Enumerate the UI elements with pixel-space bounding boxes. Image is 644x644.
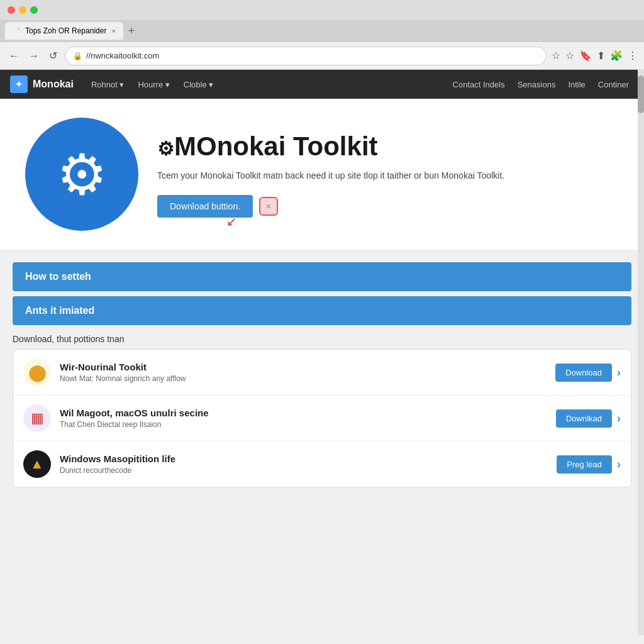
back-button[interactable]: ← (6, 48, 21, 64)
arrow-annotation: ↙ (226, 214, 237, 229)
accordion-item-1[interactable]: How to setteh (13, 262, 631, 291)
lock-icon: 🔒 (73, 52, 82, 60)
download-item: ▲ Windows Masopitition life Dunict recou… (13, 441, 631, 487)
nav-item-cloble[interactable]: Cloble ▾ (179, 77, 218, 92)
title-gear-icon: ⚙ (157, 138, 174, 159)
scrollbar[interactable] (638, 69, 644, 635)
star1-icon[interactable]: ☆ (552, 50, 560, 62)
section-label: Download, thut pottions tnan (13, 334, 631, 344)
brand: ✦ Monokai (10, 75, 74, 93)
site-navbar: ✦ Monokai Rohnot ▾ Hourre ▾ Cloble ▾ Con… (0, 70, 644, 99)
nav-item-rohnot[interactable]: Rohnot ▾ (86, 77, 130, 92)
arrow-btn-magoot[interactable]: › (617, 412, 621, 425)
brand-name: Monokai (33, 79, 74, 90)
reload-button[interactable]: ↺ (47, 47, 60, 64)
nav-intile[interactable]: Intile (563, 77, 590, 92)
hero-title: ⚙MOnokai Toolkit (157, 131, 619, 162)
accordion-item-2[interactable]: Ants it imiated (13, 296, 631, 325)
nav-links: Rohnot ▾ Hourre ▾ Cloble ▾ (86, 77, 435, 92)
gear-logo-icon: ⚙ (57, 142, 108, 208)
item-title-nourinal: Wir-Nourinal Tookit (60, 362, 547, 372)
new-tab-button[interactable]: + (128, 25, 135, 38)
item-icon-magoot: ▦ (23, 404, 51, 432)
close-button[interactable] (8, 6, 15, 14)
maximize-button[interactable] (30, 6, 38, 14)
item-icon-windows: ▲ (23, 450, 51, 478)
download-list: ⬤ Wir-Nourinal Tookit Nowt Mat: Nomnal s… (13, 349, 631, 487)
close-circle-button[interactable]: × (259, 197, 278, 216)
nav-senasions[interactable]: Senasions (513, 77, 561, 92)
nav-right: Contact Indels Senasions Intile Continer (448, 77, 634, 92)
hero-actions: Download buttion. × ↙ (157, 195, 619, 218)
minimize-button[interactable] (19, 6, 26, 14)
item-info-windows: Windows Masopitition life Dunict recourt… (60, 453, 548, 475)
download-main-button[interactable]: Download buttion. (157, 195, 253, 218)
address-bar: ← → ↺ 🔒 //nwnckaitoolkit.com ☆ ☆ 🔖 ⬆ 🧩 ⋮ (0, 42, 644, 70)
share-icon[interactable]: ⬆ (597, 50, 605, 62)
download-btn-nourinal[interactable]: Download (555, 364, 612, 382)
scrollbar-thumb[interactable] (638, 75, 644, 113)
arrow-btn-windows[interactable]: › (617, 458, 621, 471)
item-title-windows: Windows Masopitition life (60, 453, 548, 464)
nav-continer[interactable]: Continer (593, 77, 634, 92)
tab-bar: 📄 Tops Zoh OR Repanider × + (0, 20, 644, 42)
hero-section: ⚙ ⚙MOnokai Toolkit Tcem your Monokai Too… (0, 99, 644, 250)
item-desc-nourinal: Nowt Mat: Nomnal signrich any afflow (60, 374, 547, 383)
brand-icon: ✦ (10, 75, 28, 93)
ext-icon[interactable]: 🧩 (610, 50, 623, 62)
nav-item-hourre[interactable]: Hourre ▾ (133, 77, 174, 92)
item-actions-windows: Preg lead › (557, 455, 621, 474)
traffic-lights (8, 6, 38, 14)
nav-contact[interactable]: Contact Indels (448, 77, 510, 92)
item-actions-magoot: Downlkad › (556, 409, 621, 428)
forward-button[interactable]: → (26, 48, 42, 64)
star2-icon[interactable]: ☆ (565, 50, 574, 62)
hero-logo: ⚙ (25, 118, 138, 231)
item-title-magoot: Wil Magoot, macOS unulri secine (60, 408, 547, 418)
item-actions-nourinal: Download › (555, 364, 621, 382)
url-box[interactable]: 🔒 //nwnckaitoolkit.com (65, 47, 547, 65)
url-text: //nwnckaitoolkit.com (86, 51, 538, 60)
tab-label: Tops Zoh OR Repanider (25, 26, 106, 35)
item-info-nourinal: Wir-Nourinal Tookit Nowt Mat: Nomnal sig… (60, 362, 547, 383)
download-item: ⬤ Wir-Nourinal Tookit Nowt Mat: Nomnal s… (13, 350, 631, 396)
title-bar (0, 0, 644, 20)
hero-content: ⚙MOnokai Toolkit Tcem your Monokai Toolk… (157, 131, 619, 218)
tab-favicon: 📄 (13, 28, 20, 35)
arrow-btn-nourinal[interactable]: › (617, 366, 621, 379)
item-icon-nourinal: ⬤ (23, 358, 51, 386)
menu-icon[interactable]: ⋮ (628, 50, 638, 62)
download-btn-windows[interactable]: Preg lead (557, 455, 612, 474)
main-content: How to setteh Ants it imiated Download, … (0, 250, 644, 500)
tab-close-icon[interactable]: × (111, 27, 115, 35)
browser-tab[interactable]: 📄 Tops Zoh OR Repanider × (5, 22, 123, 40)
address-bar-icons: ☆ ☆ 🔖 ⬆ 🧩 ⋮ (552, 50, 638, 62)
hero-description: Tcem your Monokai Toolkit matn back need… (157, 169, 619, 182)
item-desc-magoot: That Chen Diectal reep Ilsaion (60, 420, 547, 429)
download-item: ▦ Wil Magoot, macOS unulri secine That C… (13, 396, 631, 441)
item-info-magoot: Wil Magoot, macOS unulri secine That Che… (60, 408, 547, 429)
bookmark-icon[interactable]: 🔖 (579, 50, 592, 62)
item-desc-windows: Dunict recourthecode (60, 466, 548, 475)
download-btn-magoot[interactable]: Downlkad (556, 409, 612, 428)
